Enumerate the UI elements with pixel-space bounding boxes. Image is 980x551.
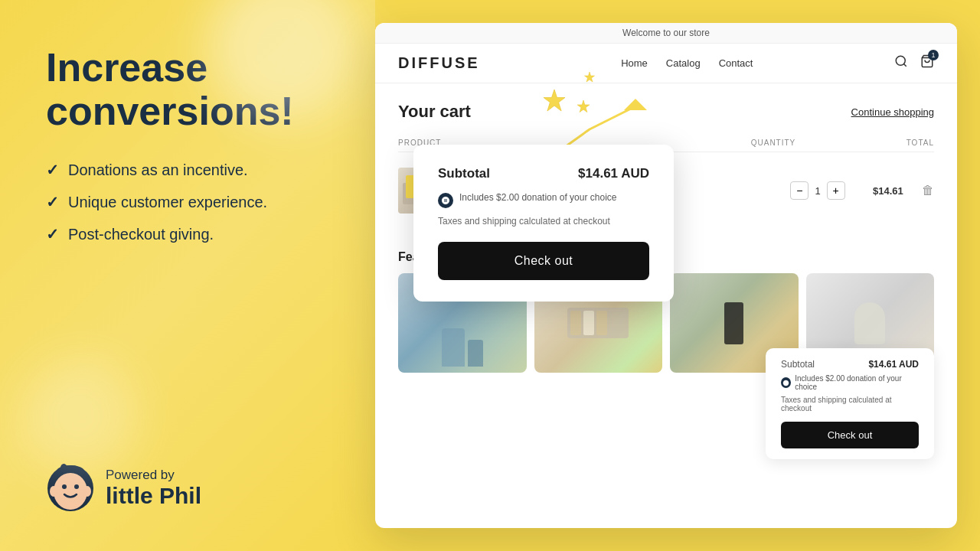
cart-icon[interactable]: 1 [920,54,934,72]
popup-donation-row: Includes $2.00 donation of your choice [438,192,649,208]
donation-icon [438,193,453,208]
right-panel: Welcome to our store DIFFUSE Home Catalo… [375,0,980,551]
cart-title: Your cart [398,102,471,122]
cart-header: Your cart Continue shopping [398,102,934,122]
svg-point-4 [54,473,87,510]
checklist-item-1: ✓ Donations as an incentive. [46,161,337,179]
col-quantity: QUANTITY [720,139,827,147]
cart-content: Your cart Continue shopping PRODUCT QUAN… [375,83,957,238]
svg-point-8 [83,486,91,497]
check-icon-2: ✓ [46,193,59,211]
delete-item-btn[interactable]: 🗑 [922,184,934,197]
bottom-checkout-btn[interactable]: Check out [781,422,919,448]
nav-icons: 1 [894,54,934,72]
check-icon-1: ✓ [46,161,59,179]
cart-badge: 1 [928,50,939,60]
bottom-subtotal-value: $14.61 AUD [868,359,919,370]
nav-contact[interactable]: Contact [719,57,753,69]
bottom-donation-icon [781,377,791,388]
brand-name: little Phil [106,483,201,509]
popup-donation-text: Includes $2.00 donation of your choice [459,192,616,203]
qty-value: 1 [815,185,820,197]
powered-text: Powered by little Phil [106,468,201,509]
popup-subtotal-label: Subtotal [438,166,490,181]
qty-increase-btn[interactable]: + [827,181,845,200]
left-panel: Increase conversions! ✓ Donations as an … [0,0,375,551]
nav-links: Home Catalog Contact [621,57,753,69]
bottom-donation-text: Includes $2.00 donation of your choice [795,374,919,391]
powered-label: Powered by [106,468,201,483]
quantity-control: − 1 + [772,181,864,200]
checkout-popup: Subtotal $14.61 AUD Includes $2.00 donat… [413,145,674,302]
bottom-tax-text: Taxes and shipping calculated at checkou… [781,396,919,412]
popup-card: Subtotal $14.61 AUD Includes $2.00 donat… [413,145,674,302]
store-logo: DIFFUSE [398,54,480,72]
check-icon-3: ✓ [46,225,59,243]
nav-home[interactable]: Home [621,57,648,69]
store-nav: DIFFUSE Home Catalog Contact 1 [375,44,957,83]
bottom-subtotal-row: Subtotal $14.61 AUD [781,359,919,370]
continue-shopping-link[interactable]: Continue shopping [851,106,934,118]
bottom-card: Subtotal $14.61 AUD Includes $2.00 donat… [766,348,934,459]
checklist-item-3: ✓ Post-checkout giving. [46,225,337,243]
svg-point-6 [74,484,79,489]
search-icon[interactable] [894,54,908,72]
qty-decrease-btn[interactable]: − [790,181,808,200]
popup-checkout-btn[interactable]: Check out [438,242,649,280]
checklist: ✓ Donations as an incentive. ✓ Unique cu… [46,161,337,243]
store-banner: Welcome to our store [375,23,957,44]
nav-catalog[interactable]: Catalog [666,57,701,69]
browser-window: Welcome to our store DIFFUSE Home Catalo… [375,23,957,528]
col-total: TOTAL [827,139,934,147]
popup-subtotal-value: $14.61 AUD [578,166,649,181]
svg-point-9 [896,56,905,65]
bottom-subtotal-label: Subtotal [781,359,815,370]
bottom-donation-row: Includes $2.00 donation of your choice [781,374,919,391]
popup-subtotal-row: Subtotal $14.61 AUD [438,166,649,181]
svg-point-7 [50,486,57,497]
svg-point-5 [62,484,67,489]
popup-tax-text: Taxes and shipping calculated at checkou… [438,216,649,227]
checklist-item-2: ✓ Unique customer experience. [46,193,337,211]
item-total: $14.61 [873,185,903,197]
